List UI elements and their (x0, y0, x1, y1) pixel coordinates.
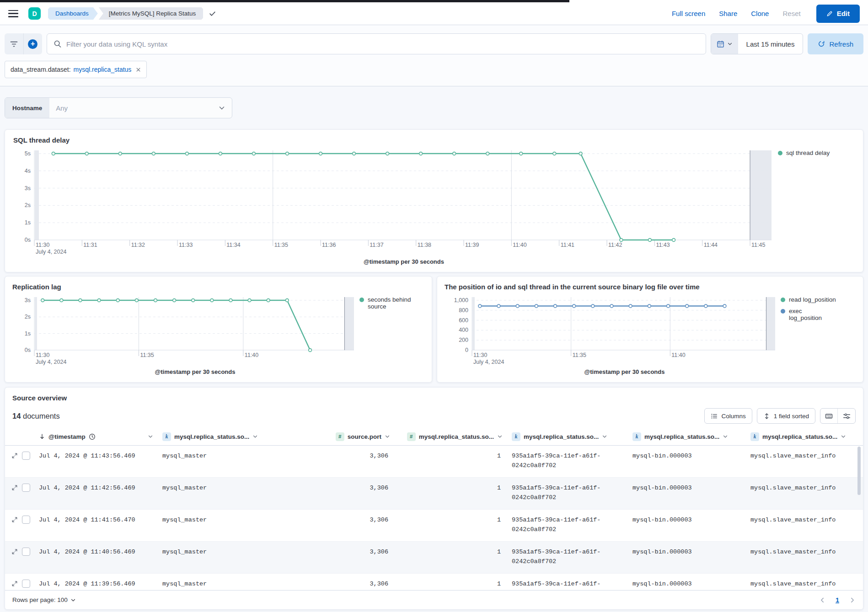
table-cell: mysql_master (158, 574, 321, 590)
hostname-value[interactable]: Any (49, 104, 212, 112)
table-row: Jul 4, 2024 @ 11:41:56.470mysql_master3,… (5, 510, 863, 542)
legend-label: seconds behind source (368, 296, 424, 310)
row-checkbox[interactable] (22, 484, 30, 492)
chevron-down-icon (723, 434, 728, 439)
panel-source-overview: Source overview 14 documents Columns 1 f… (5, 387, 863, 610)
hostname-select[interactable]: Hostname Any (5, 97, 232, 118)
svg-text:July 4, 2024: July 4, 2024 (36, 249, 66, 255)
chart-legend: sql thread delay (773, 144, 855, 267)
hostname-label: Hostname (5, 98, 49, 118)
keyboard-icon[interactable] (820, 409, 838, 423)
saved-check-icon (209, 10, 216, 17)
table-cell: mysql-bin.000003 (628, 542, 746, 573)
chart-x-axis-caption: @timestamp per 30 seconds (13, 258, 773, 267)
field-type-badge: # (407, 432, 416, 441)
expand-row-icon[interactable] (11, 452, 18, 477)
table-cell: mysql_master (158, 446, 321, 477)
column-header-5[interactable]: kmysql.replica_status.so... (628, 432, 746, 441)
time-range-value[interactable]: Last 15 minutes (738, 40, 803, 48)
expand-row-icon[interactable] (11, 484, 18, 509)
svg-text:11:43: 11:43 (656, 242, 670, 248)
clone-link[interactable]: Clone (751, 10, 769, 17)
remove-filter-icon[interactable] (136, 67, 141, 72)
document-count: 14 documents (12, 412, 60, 420)
expand-row-icon[interactable] (11, 516, 18, 541)
table-cell: Jul 4, 2024 @ 11:39:56.469 (34, 574, 158, 590)
breadcrumb-dashboards[interactable]: Dashboards (48, 7, 98, 20)
column-header-2[interactable]: #source.port (321, 432, 395, 441)
time-range-picker[interactable]: Last 15 minutes (711, 33, 804, 54)
panel-sql-thread-delay: SQL thread delay 5s4s3s2s1s0s11:30July 4… (5, 129, 863, 272)
table-row: Jul 4, 2024 @ 11:42:56.469mysql_master3,… (5, 478, 863, 510)
table-cell: 1 (395, 478, 507, 509)
chevron-down-icon[interactable] (212, 104, 232, 112)
column-header-3[interactable]: #mysql.replica_status.so... (395, 432, 507, 441)
row-checkbox[interactable] (22, 452, 30, 460)
full-screen-link[interactable]: Full screen (672, 10, 705, 17)
svg-text:11:39: 11:39 (465, 242, 479, 248)
rows-per-page-button[interactable]: Rows per page: 100 (12, 596, 76, 603)
column-header-4[interactable]: kmysql.replica_status.so... (507, 432, 628, 441)
row-checkbox[interactable] (22, 516, 30, 524)
share-link[interactable]: Share (719, 10, 737, 17)
column-header-timestamp[interactable]: @timestamp (34, 433, 158, 440)
row-controls (5, 446, 34, 477)
legend-item[interactable]: read log_position (781, 296, 856, 303)
table-cell: 1 (395, 446, 507, 477)
page-number[interactable]: 1 (836, 596, 839, 604)
legend-item[interactable]: sql thread delay (778, 149, 855, 156)
filter-menu-button[interactable] (5, 33, 24, 54)
legend-label: sql thread delay (786, 149, 830, 156)
sort-desc-icon (39, 433, 45, 440)
space-avatar[interactable]: D (28, 7, 41, 20)
svg-text:2s: 2s (25, 202, 31, 208)
table-cell: 935a1af5-39ca-11ef-a61f-0242c0a8f702 (507, 446, 628, 477)
svg-text:3s: 3s (25, 297, 31, 303)
header-actions: Full screen Share Clone Reset Edit (672, 5, 860, 23)
table-cell: 1 (395, 510, 507, 541)
kql-search-input[interactable] (66, 40, 699, 48)
table-cell: 3,306 (321, 478, 395, 509)
list-icon (711, 413, 718, 420)
chevron-down-icon (727, 41, 733, 47)
svg-text:1,000: 1,000 (454, 297, 468, 303)
edit-button[interactable]: Edit (816, 5, 860, 23)
svg-text:11:30: 11:30 (473, 352, 487, 358)
row-checkbox[interactable] (22, 548, 30, 556)
row-controls (5, 574, 34, 590)
svg-text:400: 400 (459, 327, 468, 333)
menu-hamburger-icon[interactable] (8, 10, 18, 17)
refresh-button[interactable]: Refresh (808, 33, 863, 54)
table-panel-title: Source overview (5, 388, 863, 402)
field-type-badge: k (632, 432, 641, 441)
legend-item[interactable]: seconds behind source (359, 296, 424, 310)
expand-row-icon[interactable] (11, 548, 18, 573)
chart-x-axis-caption: @timestamp per 30 seconds (445, 368, 777, 378)
calendar-icon (717, 40, 724, 48)
filter-pill[interactable]: data_stream.dataset: mysql.replica_statu… (5, 61, 147, 78)
expand-row-icon[interactable] (11, 580, 18, 590)
row-checkbox[interactable] (22, 580, 30, 588)
calendar-menu[interactable] (711, 34, 738, 54)
column-header-6[interactable]: kmysql.replica_status.so... (746, 432, 863, 441)
sort-fields-button[interactable]: 1 field sorted (757, 408, 815, 424)
clock-icon (89, 433, 96, 440)
filter-icon (10, 40, 18, 48)
svg-text:11:30: 11:30 (36, 352, 49, 358)
table-cell: mysql-bin.000003 (628, 510, 746, 541)
add-filter-button[interactable]: + (24, 33, 43, 54)
field-type-badge: k (750, 432, 759, 441)
display-settings-icon[interactable] (838, 409, 855, 423)
columns-button[interactable]: Columns (704, 408, 752, 424)
display-options-group (820, 408, 856, 424)
previous-page-icon[interactable] (819, 597, 825, 603)
filter-pill-field: data_stream.dataset: (11, 66, 71, 73)
next-page-icon[interactable] (849, 597, 856, 603)
chart-svg: 1,000800600400200011:30July 4, 202411:35… (445, 293, 777, 368)
filter-controls: + (5, 33, 42, 54)
table-scrollbar[interactable] (857, 447, 861, 495)
legend-item[interactable]: exec log_position (781, 308, 856, 321)
column-header-1[interactable]: kmysql.replica_status.so... (158, 432, 321, 441)
table-cell: 3,306 (321, 446, 395, 477)
chevron-down-icon (148, 434, 153, 439)
